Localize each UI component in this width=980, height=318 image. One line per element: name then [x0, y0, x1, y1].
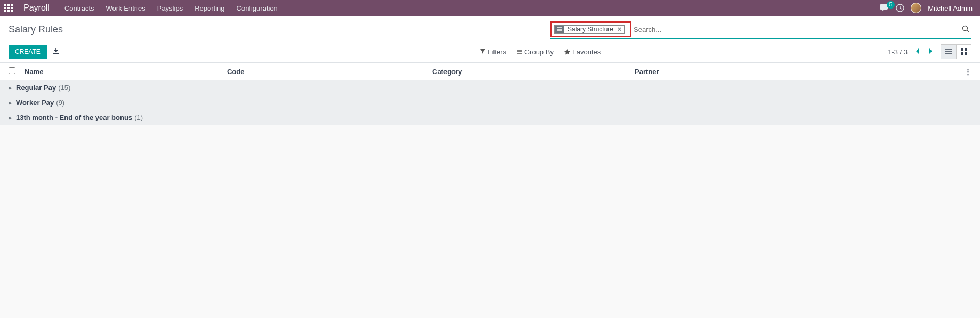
group-label: 13th month - End of the year bonus [16, 113, 132, 121]
favorites-label: Favorites [572, 48, 601, 56]
col-partner[interactable]: Partner [635, 68, 961, 76]
nav-configuration[interactable]: Configuration [234, 4, 280, 12]
create-button[interactable]: CREATE [9, 45, 47, 59]
search-icon[interactable] [960, 24, 971, 35]
user-name[interactable]: Mitchell Admin [928, 4, 973, 12]
svg-rect-2 [961, 48, 963, 51]
group-count: (9) [56, 99, 64, 107]
filters-label: Filters [488, 48, 506, 56]
favorites-button[interactable]: Favorites [564, 48, 601, 56]
kanban-view-button[interactable] [956, 45, 971, 59]
caret-right-icon: ▸ [9, 84, 14, 92]
search-tag-highlight: Salary Structure × [550, 21, 631, 37]
messages-badge: 5 [887, 1, 895, 9]
page-title: Salary Rules [9, 24, 63, 35]
group-count: (1) [134, 113, 143, 121]
group-row[interactable]: ▸ Worker Pay (9) [0, 95, 980, 110]
pager-prev[interactable] [913, 46, 921, 58]
nav-contracts[interactable]: Contracts [62, 4, 96, 12]
pager-next[interactable] [927, 46, 935, 58]
col-category[interactable]: Category [432, 68, 635, 76]
groupby-button[interactable]: Group By [517, 48, 554, 56]
pager-text: 1-3 / 3 [888, 48, 908, 56]
top-navbar: Payroll Contracts Work Entries Payslips … [0, 0, 980, 16]
group-row[interactable]: ▸ Regular Pay (15) [0, 80, 980, 95]
messages-icon[interactable]: 5 [880, 4, 889, 12]
search-bar: Salary Structure × [550, 20, 971, 39]
list-view-button[interactable] [941, 45, 956, 59]
group-label: Regular Pay [16, 84, 56, 92]
groupby-label: Group By [524, 48, 554, 56]
avatar[interactable] [911, 3, 921, 13]
svg-rect-3 [965, 48, 967, 51]
export-button[interactable] [52, 47, 60, 56]
group-label: Worker Pay [16, 99, 54, 107]
app-title[interactable]: Payroll [23, 3, 50, 13]
activity-icon[interactable] [896, 4, 904, 12]
nav-work-entries[interactable]: Work Entries [104, 4, 148, 12]
nav-reporting[interactable]: Reporting [192, 4, 226, 12]
caret-right-icon: ▸ [9, 113, 14, 121]
group-count: (15) [58, 84, 70, 92]
view-switcher [941, 44, 971, 59]
select-all-checkbox[interactable] [9, 67, 15, 74]
table-header: Name Code Category Partner ⋮ [0, 62, 980, 80]
svg-rect-4 [961, 52, 963, 55]
caret-right-icon: ▸ [9, 99, 14, 107]
svg-rect-5 [965, 52, 967, 55]
groupby-icon [555, 26, 564, 33]
search-tag-label: Salary Structure [564, 26, 617, 33]
nav-payslips[interactable]: Payslips [155, 4, 185, 12]
apps-icon[interactable] [4, 4, 13, 12]
col-name[interactable]: Name [25, 68, 227, 76]
svg-point-1 [963, 26, 968, 30]
search-tag: Salary Structure × [554, 25, 625, 34]
search-tag-remove[interactable]: × [617, 26, 624, 33]
filters-button[interactable]: Filters [480, 48, 506, 56]
search-input[interactable] [631, 25, 960, 35]
group-row[interactable]: ▸ 13th month - End of the year bonus (1) [0, 110, 980, 125]
col-options-icon[interactable]: ⋮ [961, 68, 971, 76]
control-panel: Salary Rules Salary Structure × CREATE [0, 16, 980, 62]
col-code[interactable]: Code [227, 68, 432, 76]
